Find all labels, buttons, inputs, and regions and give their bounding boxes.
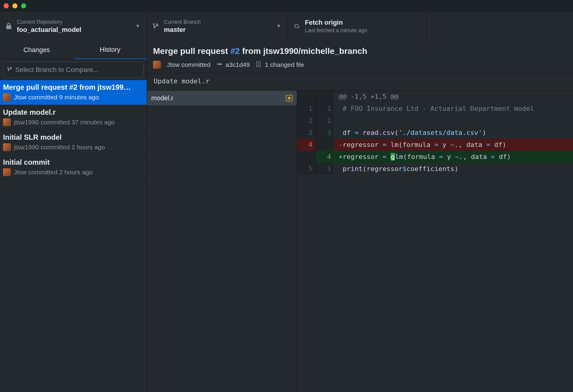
line-number-old: 5 xyxy=(297,163,316,175)
commit-item[interactable]: Update model.r jtsw1990 committed 37 min… xyxy=(0,105,147,130)
diff-view[interactable]: @@ -1,5 +1,5 @@ 11 # FOO Insurance Ltd -… xyxy=(297,91,573,392)
commit-item-title: Initial SLR model xyxy=(3,133,144,142)
branch-selector-value: master xyxy=(164,26,201,34)
line-number-new xyxy=(316,139,334,151)
lock-icon xyxy=(5,22,13,30)
diff-line-code: print(regressor$coefficients) xyxy=(334,163,458,175)
fetch-origin-label: Fetch origin xyxy=(305,18,367,27)
commit-list: Merge pull request #2 from jtsw199… Jtsw… xyxy=(0,80,147,392)
app-toolbar: Current Repository foo_actuarial_model ▼… xyxy=(0,11,573,41)
line-number-old xyxy=(297,151,316,163)
commit-header-title-pre: Merge pull request xyxy=(153,46,230,56)
repo-selector[interactable]: Current Repository foo_actuarial_model ▼ xyxy=(0,11,147,41)
line-number-old: 1 xyxy=(297,103,316,115)
repo-selector-label: Current Repository xyxy=(17,18,81,26)
diff-line[interactable]: 4+regressor = glm(formula = y ~., data =… xyxy=(297,151,573,163)
diff-icon xyxy=(256,61,263,69)
repo-selector-value: foo_actuarial_model xyxy=(17,26,81,34)
branch-compare-select[interactable]: Select Branch to Compare... xyxy=(3,62,144,78)
diff-line[interactable]: 55 print(regressor$coefficients) xyxy=(297,163,573,175)
git-branch-icon xyxy=(7,66,12,74)
changed-files-list: model.r xyxy=(147,91,297,392)
commit-sha[interactable]: a3c1d49 xyxy=(226,61,250,68)
commit-item[interactable]: Initial commit Jtsw committed 2 hours ag… xyxy=(0,155,147,180)
line-number-old: 2 xyxy=(297,115,316,127)
git-branch-icon xyxy=(152,22,160,30)
sidebar: Changes History Select Branch to Compare… xyxy=(0,41,147,392)
diff-line[interactable]: 33 df = read.csv('./datasets/data.csv') xyxy=(297,127,573,139)
commit-item-meta: jtsw1990 committed 37 minutes ago xyxy=(14,119,115,126)
commit-item-title: Merge pull request #2 from jtsw199… xyxy=(3,83,144,92)
changed-files-count[interactable]: 1 changed file xyxy=(265,61,304,68)
window-fullscreen-button[interactable] xyxy=(21,3,26,8)
diff-line-code: +regressor = glm(formula = y ~., data = … xyxy=(334,151,511,163)
commit-body-message: Update model.r xyxy=(147,73,573,91)
fetch-origin-button[interactable]: Fetch origin Last fetched a minute ago xyxy=(288,11,427,41)
commit-header-title-post: from jtsw1990/michelle_branch xyxy=(240,46,367,56)
chevron-down-icon: ▼ xyxy=(135,23,140,29)
line-number-old: 3 xyxy=(297,127,316,139)
line-number-new: 1 xyxy=(316,103,334,115)
diff-line-code: -regressor = lm(formula = y ~., data = d… xyxy=(334,139,506,151)
diff-hunk-text: @@ -1,5 +1,5 @@ xyxy=(334,91,399,103)
commit-detail: Merge pull request #2 from jtsw1990/mich… xyxy=(147,41,573,392)
chevron-down-icon: ▼ xyxy=(276,23,281,29)
line-number-new: 3 xyxy=(316,127,334,139)
line-number-new: 5 xyxy=(316,163,334,175)
titlebar xyxy=(0,0,573,11)
diff-line[interactable]: 4-regressor = lm(formula = y ~., data = … xyxy=(297,139,573,151)
diff-line[interactable]: 11 # FOO Insurance Ltd - Actuarial Depar… xyxy=(297,103,573,115)
changed-file-name: model.r xyxy=(151,94,173,102)
avatar xyxy=(3,168,11,176)
tab-changes[interactable]: Changes xyxy=(0,41,74,59)
commit-item-meta: Jtsw committed 2 hours ago xyxy=(14,169,92,176)
commit-item-title: Initial commit xyxy=(3,158,144,166)
commit-header-author: Jtsw committed xyxy=(167,61,211,68)
commit-header-title: Merge pull request #2 from jtsw1990/mich… xyxy=(153,46,567,56)
pr-link[interactable]: #2 xyxy=(230,46,240,56)
tab-history[interactable]: History xyxy=(74,41,147,59)
commit-item[interactable]: Merge pull request #2 from jtsw199… Jtsw… xyxy=(0,80,147,105)
line-number-new: 2 xyxy=(316,115,334,127)
diff-line[interactable]: 22 xyxy=(297,115,573,127)
diff-line-code: df = read.csv('./datasets/data.csv') xyxy=(334,127,486,139)
line-number-new: 4 xyxy=(316,151,334,163)
sidebar-tabs: Changes History xyxy=(0,41,147,59)
diff-line-code xyxy=(334,115,343,127)
commit-item-meta: Jtsw committed 9 minutes ago xyxy=(14,94,99,101)
line-number-old: 4 xyxy=(297,139,316,151)
window-minimize-button[interactable] xyxy=(12,3,17,8)
git-commit-icon xyxy=(217,61,224,69)
diff-hunk-header: @@ -1,5 +1,5 @@ xyxy=(297,91,573,103)
fetch-origin-sub: Last fetched a minute ago xyxy=(305,27,367,34)
branch-selector-label: Current Branch xyxy=(164,18,201,26)
avatar xyxy=(3,143,11,151)
commit-header: Merge pull request #2 from jtsw1990/mich… xyxy=(147,41,573,73)
modified-status-icon xyxy=(286,95,293,101)
branch-compare-placeholder: Select Branch to Compare... xyxy=(15,66,99,74)
branch-selector[interactable]: Current Branch master ▼ xyxy=(147,11,288,41)
diff-line-code: # FOO Insurance Ltd - Actuarial Departme… xyxy=(334,103,534,115)
commit-item[interactable]: Initial SLR model jtsw1990 committed 2 h… xyxy=(0,130,147,155)
sync-icon xyxy=(293,22,301,30)
window-close-button[interactable] xyxy=(4,3,9,8)
avatar xyxy=(3,93,11,101)
commit-item-meta: jtsw1990 committed 2 hours ago xyxy=(14,144,105,151)
commit-item-title: Update model.r xyxy=(3,108,144,117)
avatar xyxy=(3,118,11,126)
changed-file-item[interactable]: model.r xyxy=(147,91,297,106)
avatar xyxy=(153,61,161,69)
